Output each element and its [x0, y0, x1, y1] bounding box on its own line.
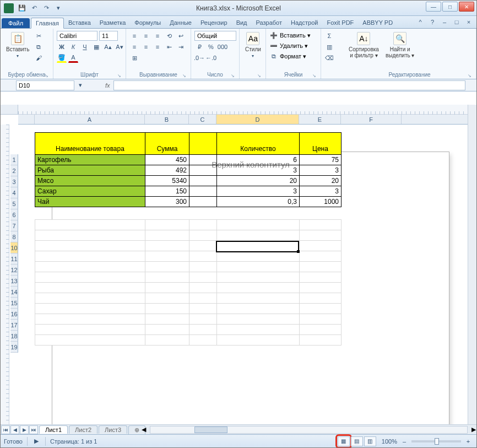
align-middle-icon[interactable]: ≡	[141, 31, 151, 41]
row-header-5[interactable]: 5	[10, 198, 18, 209]
cell[interactable]: 3	[300, 186, 342, 197]
zoom-in-button[interactable]: +	[463, 436, 473, 446]
cell[interactable]	[189, 230, 217, 241]
cell[interactable]	[189, 241, 217, 251]
cell[interactable]	[217, 251, 300, 262]
column-header-E[interactable]: E	[299, 115, 341, 124]
cell[interactable]	[35, 272, 145, 283]
font-size-combo[interactable]: 11	[99, 31, 118, 41]
cell[interactable]	[35, 314, 145, 325]
delete-button[interactable]: ➖Удалить ▾	[269, 41, 308, 50]
cell[interactable]	[217, 325, 300, 335]
sheet-tab[interactable]: Лист3	[99, 425, 127, 434]
cell[interactable]	[145, 272, 189, 283]
cell[interactable]: 492	[145, 165, 189, 176]
cell[interactable]	[217, 283, 300, 293]
cell[interactable]	[300, 283, 342, 293]
tab-вид[interactable]: Вид	[232, 18, 252, 28]
cell[interactable]	[189, 165, 217, 176]
tab-формулы[interactable]: Формулы	[130, 18, 165, 28]
column-header-B[interactable]: B	[145, 115, 189, 124]
tab-foxit pdf[interactable]: Foxit PDF	[322, 18, 358, 28]
align-center-icon[interactable]: ≡	[141, 42, 151, 52]
mdi-restore-icon[interactable]: □	[452, 18, 461, 26]
row-header-16[interactable]: 16	[10, 309, 18, 320]
copy-icon[interactable]: ⧉	[34, 42, 44, 52]
align-left-icon[interactable]: ≡	[129, 42, 139, 52]
cell[interactable]	[300, 335, 342, 346]
tab-разметка[interactable]: Разметка	[95, 18, 131, 28]
cell[interactable]	[145, 283, 189, 293]
cell[interactable]	[35, 335, 145, 346]
cell[interactable]	[145, 293, 189, 304]
underline-icon[interactable]: Ч	[80, 42, 90, 52]
orientation-icon[interactable]: ⟲	[164, 31, 174, 41]
cell[interactable]: 75	[300, 155, 342, 165]
sheet-nav-button[interactable]: ▶	[20, 425, 29, 434]
cell[interactable]: Сахар	[35, 186, 145, 197]
minimize-button[interactable]: —	[426, 2, 441, 12]
cell[interactable]: 450	[145, 155, 189, 165]
save-icon[interactable]: 💾	[17, 3, 27, 13]
mdi-minimize-icon[interactable]: –	[440, 18, 449, 26]
clear-icon[interactable]: ⌫	[324, 53, 334, 63]
row-header-6[interactable]: 6	[10, 209, 18, 220]
maximize-button[interactable]: □	[442, 2, 458, 12]
zoom-level[interactable]: 100%	[382, 438, 397, 445]
formula-input[interactable]	[113, 80, 465, 90]
cell[interactable]	[217, 220, 300, 230]
insert-button[interactable]: ➕Вставить ▾	[269, 31, 311, 40]
cell[interactable]	[145, 251, 189, 262]
cell[interactable]: 5340	[145, 176, 189, 186]
tab-разработ[interactable]: Разработ	[252, 18, 286, 28]
ribbon-minimize-icon[interactable]: ^	[416, 18, 425, 26]
column-headers[interactable]: ABCDEF	[18, 115, 468, 125]
row-header-3[interactable]: 3	[10, 176, 18, 187]
row-header-17[interactable]: 17	[10, 320, 18, 331]
redo-icon[interactable]: ↷	[41, 3, 51, 13]
sort-filter-button[interactable]: A↓ Сортировка и фильтр ▾	[346, 31, 381, 60]
cell[interactable]: 20	[300, 176, 342, 186]
cell[interactable]: 6	[217, 155, 300, 165]
cell[interactable]	[189, 155, 217, 165]
view-page-layout-button[interactable]: ▤	[351, 436, 363, 446]
row-header-1[interactable]: 1	[10, 154, 18, 165]
tab-надстрой[interactable]: Надстрой	[286, 18, 322, 28]
sheet-tab[interactable]: Лист1	[39, 425, 68, 434]
cell[interactable]	[300, 293, 342, 304]
cell[interactable]	[217, 230, 300, 241]
cell[interactable]	[300, 251, 342, 262]
indent-decrease-icon[interactable]: ⇤	[164, 42, 174, 52]
table-header[interactable]: Цена	[300, 133, 342, 155]
close-button[interactable]: ✕	[459, 2, 474, 12]
align-right-icon[interactable]: ≡	[153, 42, 162, 52]
sheet-tab[interactable]: Лист2	[69, 425, 97, 434]
grow-font-icon[interactable]: A▴	[103, 42, 113, 52]
percent-icon[interactable]: %	[206, 42, 216, 52]
row-header-12[interactable]: 12	[10, 265, 18, 276]
cell[interactable]	[145, 241, 189, 251]
cell[interactable]	[189, 251, 217, 262]
cell[interactable]	[35, 251, 145, 262]
tab-главная[interactable]: Главная	[31, 18, 64, 29]
cell[interactable]	[300, 241, 342, 251]
cell[interactable]	[145, 335, 189, 346]
zoom-out-button[interactable]: –	[399, 436, 409, 446]
cell[interactable]	[35, 304, 145, 314]
cell[interactable]: 20	[217, 176, 300, 186]
cell[interactable]	[145, 304, 189, 314]
bold-icon[interactable]: Ж	[57, 42, 67, 52]
cell[interactable]	[300, 230, 342, 241]
cell[interactable]	[145, 230, 189, 241]
cell[interactable]	[35, 220, 145, 230]
cell[interactable]	[189, 283, 217, 293]
column-header-A[interactable]: A	[35, 115, 145, 124]
cell[interactable]	[35, 293, 145, 304]
wrap-text-icon[interactable]: ↩	[176, 31, 186, 41]
cell[interactable]	[300, 220, 342, 230]
column-header-C[interactable]: C	[189, 115, 216, 124]
cell[interactable]	[300, 272, 342, 283]
row-header-15[interactable]: 15	[10, 298, 18, 309]
column-header-D[interactable]: D	[216, 115, 299, 124]
cell[interactable]	[145, 262, 189, 272]
